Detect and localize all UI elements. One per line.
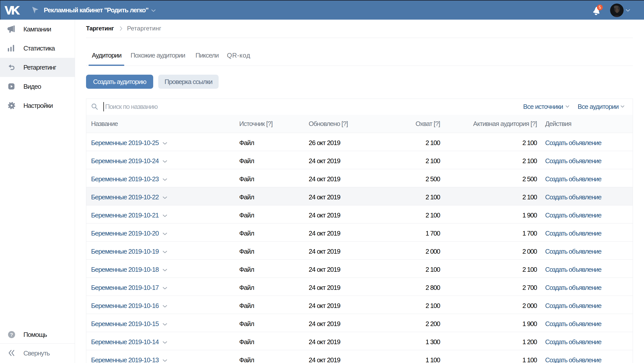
svg-text:?: ? [10, 332, 13, 337]
